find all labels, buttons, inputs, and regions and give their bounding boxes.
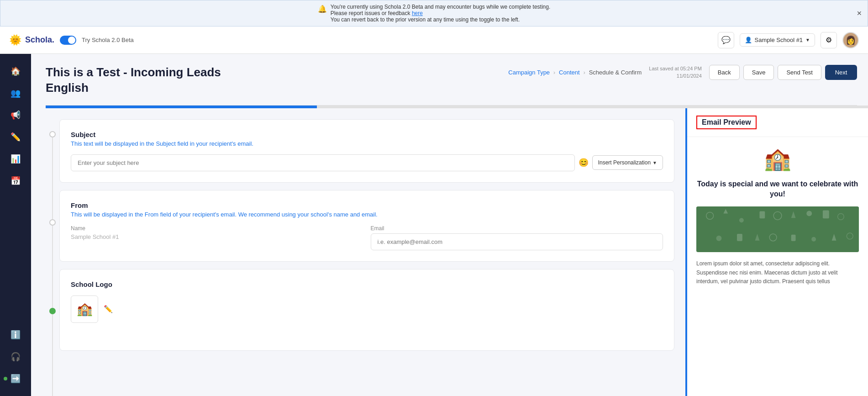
timeline-dot-2 [49, 219, 56, 226]
banner-svg [696, 206, 859, 252]
svg-rect-4 [759, 211, 765, 219]
notification-link[interactable]: here [412, 10, 423, 16]
emoji-icon[interactable]: 😊 [579, 158, 589, 168]
timeline-dot-1 [49, 131, 56, 137]
preview-header: Email Preview [687, 108, 868, 137]
send-test-button[interactable]: Send Test [778, 65, 821, 80]
timeline-line-2 [52, 226, 53, 307]
close-icon[interactable]: ✕ [857, 10, 862, 17]
school-selector[interactable]: 👤 Sample School #1 ▼ [740, 33, 815, 47]
notification-line1: You're currently using Schola 2.0 Beta a… [331, 4, 550, 10]
subject-title: Subject [71, 131, 663, 138]
breadcrumb-schedule[interactable]: Schedule & Confirm [589, 69, 642, 76]
sidebar-item-campaigns[interactable]: 📢 [5, 105, 26, 125]
insert-personalization-button[interactable]: Insert Personalization ▼ [592, 155, 663, 170]
sidebar-item-analytics[interactable]: 📊 [5, 149, 26, 169]
subject-section: Subject This text will be displayed in t… [59, 119, 674, 183]
gear-icon: ⚙ [826, 36, 832, 44]
from-section: From This will be displayed in the From … [59, 190, 674, 262]
school-logo-title: School Logo [71, 280, 663, 288]
campaigns-icon: 📢 [11, 110, 21, 120]
school-logo-section: School Logo 🏫 ✏️ [59, 269, 674, 351]
top-nav: 🌞 Schola. Try Schola 2.0 Beta 💬 👤 Sample… [0, 26, 868, 54]
page-title-line2: English [46, 80, 221, 96]
preview-title: Email Preview [696, 116, 757, 129]
preview-banner-image [696, 206, 859, 252]
bell-icon: 🔔 [318, 5, 327, 13]
email-field-container: Email [371, 225, 663, 250]
timeline [46, 108, 59, 396]
info-icon: ℹ️ [11, 330, 21, 340]
chevron-down-icon: ▼ [805, 37, 810, 42]
beta-label: Try Schola 2.0 Beta [82, 37, 134, 43]
save-button[interactable]: Save [743, 65, 774, 80]
sidebar-item-navigate[interactable]: ➡️ [5, 369, 26, 389]
logo-icon: 🌞 [9, 34, 21, 46]
calendar-icon: 📅 [11, 176, 21, 186]
logo-upload-area: 🏫 ✏️ [71, 296, 663, 323]
edit-logo-icon[interactable]: ✏️ [104, 305, 113, 313]
email-input[interactable] [371, 233, 663, 250]
svg-rect-12 [791, 235, 796, 241]
form-panel: Subject This text will be displayed in t… [59, 108, 685, 396]
page-title: This is a Test - Incoming Leads [46, 65, 221, 80]
svg-rect-10 [737, 234, 742, 241]
navigate-icon: ➡️ [11, 374, 21, 384]
notification-line2-pre: Please report issues or feedback [331, 10, 412, 16]
sidebar-item-home[interactable]: 🏠 [5, 61, 26, 81]
support-icon: 🎧 [11, 352, 21, 362]
logo: 🌞 Schola. [9, 34, 54, 46]
preview-body: 🏫 Today is special and we want to celebr… [687, 137, 868, 396]
name-label: Name [71, 225, 363, 232]
save-date: 11/01/2024 [649, 73, 702, 79]
save-time-text: Last saved at 05:24 PM [649, 65, 702, 72]
svg-rect-7 [823, 211, 829, 219]
tools-icon: ✏️ [11, 132, 21, 142]
svg-point-13 [811, 237, 816, 242]
chat-icon: 💬 [721, 36, 731, 44]
main-content: This is a Test - Incoming Leads English … [31, 54, 868, 396]
name-field: Name Sample School #1 [71, 225, 363, 250]
school-logo-preview: 🏫 [71, 296, 98, 323]
form-container: Subject This text will be displayed in t… [46, 108, 685, 396]
from-grid: Name Sample School #1 Email [71, 225, 663, 250]
school-name: Sample School #1 [755, 37, 803, 43]
breadcrumb-sep-1: › [553, 69, 555, 76]
breadcrumb-campaign-type[interactable]: Campaign Type [508, 69, 550, 76]
settings-button[interactable]: ⚙ [821, 32, 837, 48]
from-description: This will be displayed in the From field… [71, 211, 663, 218]
beta-toggle[interactable] [60, 36, 76, 45]
subject-input[interactable] [71, 154, 575, 171]
header-right: Campaign Type › Content › Schedule & Con… [508, 65, 857, 80]
breadcrumb-sep-2: › [584, 69, 585, 76]
sidebar-item-tools[interactable]: ✏️ [5, 127, 26, 147]
chat-button[interactable]: 💬 [718, 32, 734, 48]
timeline-line-3 [52, 314, 53, 396]
notification-bar: 🔔 You're currently using Schola 2.0 Beta… [0, 0, 868, 26]
header-actions: Back Save Send Test Next [709, 65, 857, 80]
sidebar-item-calendar[interactable]: 📅 [5, 171, 26, 191]
preview-main-text: Today is special and we want to celebrat… [696, 179, 859, 200]
logo-text: Schola. [25, 35, 54, 45]
sidebar-item-support[interactable]: 🎧 [5, 347, 26, 367]
sidebar-item-info[interactable]: ℹ️ [5, 325, 26, 345]
save-info: Last saved at 05:24 PM 11/01/2024 [649, 65, 702, 79]
name-value: Sample School #1 [71, 233, 363, 240]
page-title-block: This is a Test - Incoming Leads English [46, 65, 221, 96]
next-button[interactable]: Next [825, 65, 857, 80]
timeline-dot-3 [49, 308, 56, 314]
svg-rect-1 [696, 207, 859, 252]
timeline-line-1 [52, 137, 53, 219]
sidebar-item-contacts[interactable]: 👥 [5, 83, 26, 103]
preview-school-icon: 🏫 [696, 146, 859, 172]
back-button[interactable]: Back [709, 65, 740, 80]
home-icon: 🏠 [11, 66, 21, 76]
analytics-icon: 📊 [11, 154, 21, 164]
sidebar: 🏠 👥 📢 ✏️ 📊 📅 ℹ️ 🎧 ➡️ [0, 54, 31, 396]
subject-input-row: 😊 Insert Personalization ▼ [71, 154, 663, 171]
person-icon: 👤 [745, 37, 752, 43]
contacts-icon: 👥 [11, 88, 21, 98]
email-label: Email [371, 225, 663, 232]
breadcrumb-content[interactable]: Content [559, 69, 580, 76]
avatar[interactable]: 👩 [842, 32, 859, 48]
